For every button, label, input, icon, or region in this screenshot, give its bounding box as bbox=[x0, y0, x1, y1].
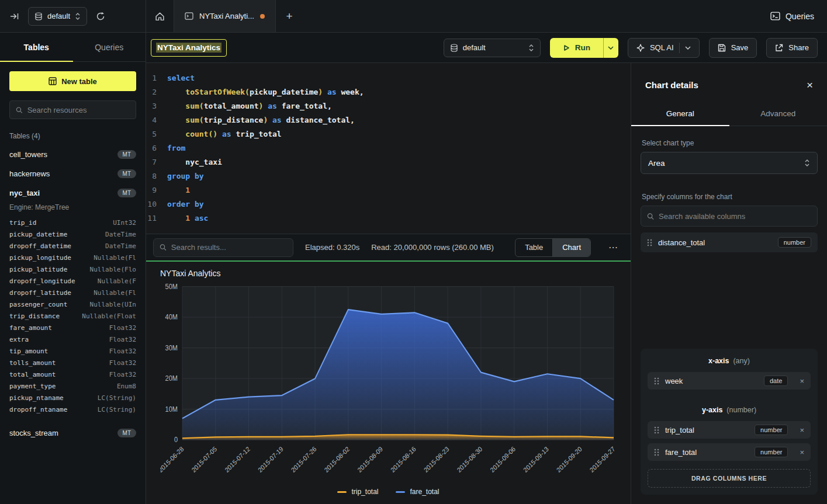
code-line[interactable]: 1select bbox=[146, 71, 631, 85]
column-row-pickup_latitude[interactable]: pickup_latitudeNullable(Flo bbox=[9, 263, 136, 275]
share-button[interactable]: Share bbox=[766, 38, 818, 58]
query-title-input[interactable]: NYTaxi Analytics bbox=[151, 39, 227, 57]
code-token: group by bbox=[167, 169, 204, 183]
code-token: sum bbox=[185, 113, 199, 127]
x-axis-label: x-axis bbox=[708, 357, 729, 365]
new-table-button[interactable]: New table bbox=[9, 71, 136, 91]
drag-handle-icon bbox=[647, 239, 652, 246]
code-token: pickup_datetime bbox=[250, 85, 318, 99]
chart-view-button[interactable]: Chart bbox=[552, 239, 590, 256]
drop-zone[interactable]: DRAG COLUMNS HERE bbox=[648, 469, 811, 488]
code-line[interactable]: 2 toStartOfWeek(pickup_datetime) as week… bbox=[146, 85, 631, 99]
chart-details-panel: Chart details × General Advanced Select … bbox=[631, 63, 827, 504]
code-line[interactable]: 3 sum(total_amount) as fare_total, bbox=[146, 99, 631, 113]
chart-type-select[interactable]: Area bbox=[641, 152, 818, 174]
column-pill-trip_total[interactable]: trip_totalnumber× bbox=[648, 421, 811, 439]
code-line[interactable]: 4 sum(trip_distance) as distance_total, bbox=[146, 113, 631, 127]
database-selector[interactable]: default bbox=[28, 7, 87, 26]
x-axis-items: weekdate× bbox=[648, 367, 811, 390]
svg-text:2015-06-28: 2015-06-28 bbox=[160, 445, 185, 474]
query-database-selector[interactable]: default bbox=[444, 39, 541, 57]
columns-search-input[interactable] bbox=[659, 212, 811, 221]
sql-editor[interactable]: 1select2 toStartOfWeek(pickup_datetime) … bbox=[146, 63, 631, 234]
chevron-updown-icon bbox=[804, 159, 810, 167]
refresh-button[interactable] bbox=[93, 9, 108, 24]
code-line[interactable]: 5 count() as trip_total bbox=[146, 127, 631, 141]
column-row-trip_id[interactable]: trip_idUInt32 bbox=[9, 217, 136, 228]
axis-config-panel: x-axis (any) weekdate× y-axis (number) t… bbox=[641, 349, 818, 495]
run-options-button[interactable] bbox=[603, 38, 618, 58]
legend-item-fare_total[interactable]: fare_total bbox=[396, 488, 439, 496]
run-button[interactable]: Run bbox=[550, 38, 603, 58]
column-row-dropoff_ntaname[interactable]: dropoff_ntanameLC(String) bbox=[9, 404, 136, 415]
table-item-stocks_stream[interactable]: stocks_streamMT bbox=[9, 423, 136, 443]
sidebar-toggle-button[interactable] bbox=[7, 9, 22, 24]
query-tab-nytaxi[interactable]: NYTaxi Analyti... bbox=[174, 0, 276, 32]
column-row-tolls_amount[interactable]: tolls_amountFloat32 bbox=[9, 357, 136, 369]
chart-details-tabs: General Advanced bbox=[631, 102, 827, 126]
table-view-button[interactable]: Table bbox=[515, 239, 552, 256]
queries-button[interactable]: Queries bbox=[770, 12, 814, 21]
column-row-fare_amount[interactable]: fare_amountFloat32 bbox=[9, 322, 136, 333]
column-row-total_amount[interactable]: total_amountFloat32 bbox=[9, 369, 136, 380]
code-token bbox=[268, 113, 272, 127]
tab-advanced[interactable]: Advanced bbox=[729, 102, 827, 126]
code-token bbox=[167, 113, 185, 127]
sidebar-tab-tables[interactable]: Tables bbox=[0, 33, 73, 61]
column-row-pickup_longitude[interactable]: pickup_longitudeNullable(Fl bbox=[9, 252, 136, 263]
column-pill-fare_total[interactable]: fare_totalnumber× bbox=[648, 443, 811, 461]
table-item-nyc_taxi[interactable]: nyc_taxiMT bbox=[9, 183, 136, 203]
code-line[interactable]: 11 1 asc bbox=[146, 211, 631, 225]
code-line[interactable]: 6from bbox=[146, 141, 631, 155]
code-token: ( bbox=[199, 99, 204, 113]
new-tab-button[interactable]: + bbox=[276, 0, 303, 32]
sidebar-tab-queries[interactable]: Queries bbox=[73, 33, 146, 61]
sidebar-collapse-icon bbox=[10, 12, 19, 20]
column-row-pickup_datetime[interactable]: pickup_datetimeDateTime bbox=[9, 228, 136, 240]
column-row-extra[interactable]: extraFloat32 bbox=[9, 333, 136, 345]
remove-column-button[interactable]: × bbox=[800, 377, 804, 385]
columns-search[interactable] bbox=[641, 206, 818, 227]
remove-column-button[interactable]: × bbox=[800, 426, 804, 435]
column-row-dropoff_latitude[interactable]: dropoff_latitudeNullable(Fl bbox=[9, 287, 136, 298]
legend-item-trip_total[interactable]: trip_total bbox=[337, 488, 378, 496]
column-row-tip_amount[interactable]: tip_amountFloat32 bbox=[9, 345, 136, 357]
topbar: default NYTaxi Analyti... + Queries bbox=[0, 0, 827, 33]
tab-general[interactable]: General bbox=[631, 102, 729, 126]
column-pill-week[interactable]: weekdate× bbox=[648, 372, 811, 390]
resource-search[interactable] bbox=[9, 100, 136, 119]
code-token: ( bbox=[199, 113, 204, 127]
refresh-icon bbox=[96, 12, 105, 21]
column-name: payment_type bbox=[9, 383, 56, 390]
remove-column-button[interactable]: × bbox=[800, 448, 804, 457]
column-row-passenger_count[interactable]: passenger_countNullable(UIn bbox=[9, 298, 136, 310]
column-row-dropoff_longitude[interactable]: dropoff_longitudeNullable(F bbox=[9, 275, 136, 287]
sql-ai-button[interactable]: SQL AI bbox=[628, 38, 700, 58]
close-icon[interactable]: × bbox=[807, 79, 813, 91]
divider bbox=[679, 43, 680, 53]
resource-search-input[interactable] bbox=[27, 106, 130, 114]
code-line[interactable]: 10order by bbox=[146, 197, 631, 211]
column-pill-distance_total[interactable]: distance_totalnumber bbox=[641, 232, 818, 252]
save-button[interactable]: Save bbox=[709, 38, 757, 58]
results-search[interactable] bbox=[153, 238, 293, 257]
column-name: trip_id bbox=[9, 219, 36, 227]
column-type: Float32 bbox=[109, 359, 136, 367]
code-line[interactable]: 7 nyc_taxi bbox=[146, 155, 631, 169]
column-row-payment_type[interactable]: payment_typeEnum8 bbox=[9, 380, 136, 392]
home-tab[interactable] bbox=[146, 0, 174, 32]
code-token: 1 bbox=[185, 211, 190, 225]
table-item-hackernews[interactable]: hackernewsMT bbox=[9, 164, 136, 183]
column-row-pickup_ntaname[interactable]: pickup_ntanameLC(String) bbox=[9, 392, 136, 404]
results-search-input[interactable] bbox=[171, 243, 287, 252]
column-row-dropoff_datetime[interactable]: dropoff_datetimeDateTime bbox=[9, 240, 136, 252]
code-token bbox=[217, 127, 222, 141]
more-options-button[interactable]: ⋯ bbox=[603, 242, 624, 253]
svg-text:2015-07-12: 2015-07-12 bbox=[223, 445, 251, 474]
view-toggle: Table Chart bbox=[515, 238, 591, 257]
table-item-cell_towers[interactable]: cell_towersMT bbox=[9, 145, 136, 164]
code-line[interactable]: 8group by bbox=[146, 169, 631, 183]
code-line[interactable]: 9 1 bbox=[146, 183, 631, 197]
chevron-updown-icon bbox=[528, 44, 534, 52]
column-row-trip_distance[interactable]: trip_distanceNullable(Float bbox=[9, 310, 136, 322]
